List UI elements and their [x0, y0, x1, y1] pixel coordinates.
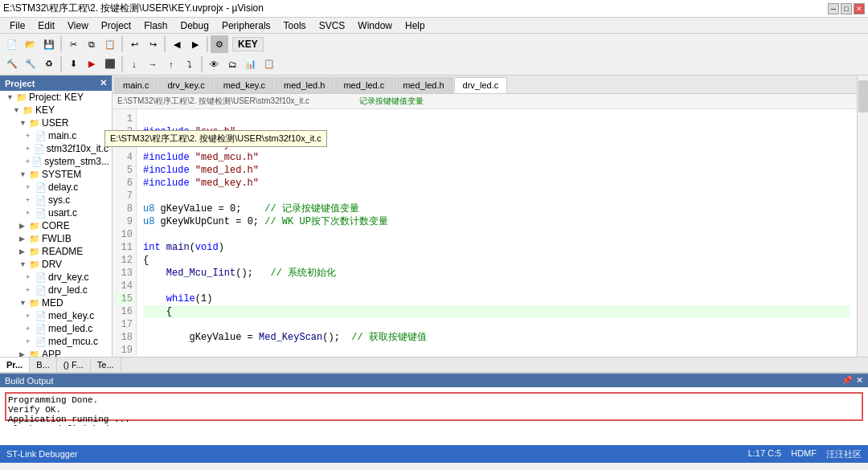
- tb-run-to[interactable]: ⤵: [181, 55, 199, 73]
- toolbar-area: 📄 📂 💾 ✂ ⧉ 📋 ↩ ↪ ◀ ▶ ⚙ KEY 🔨 🔧 ♻ ⬇ ▶ ⬛ ↓ …: [0, 34, 868, 76]
- tree-usart[interactable]: + 📄 usart.c: [0, 206, 112, 219]
- status-left: ST-Link Debugger: [6, 449, 78, 459]
- panel-tab-build[interactable]: B...: [30, 358, 57, 372]
- menu-window[interactable]: Window: [351, 18, 399, 33]
- menu-help[interactable]: Help: [399, 18, 432, 33]
- tb-build-all[interactable]: 🔧: [22, 55, 39, 73]
- tb-redo[interactable]: ↪: [144, 35, 162, 53]
- tree-label: KEY: [35, 104, 55, 116]
- menu-tools[interactable]: Tools: [277, 18, 313, 33]
- tree-stm32-it[interactable]: + 📄 stm32f10x_it.c: [0, 142, 112, 155]
- file-icon: 📄: [35, 208, 47, 219]
- tab-med-led-h2[interactable]: med_led.h: [394, 77, 452, 93]
- panel-tab-templates[interactable]: Te...: [91, 358, 121, 372]
- tree-med[interactable]: ▼ 📁 MED: [0, 296, 112, 309]
- menu-flash[interactable]: Flash: [137, 18, 174, 33]
- tree-label: sys.c: [48, 194, 70, 206]
- tb-copy[interactable]: ⧉: [83, 35, 100, 53]
- tree-sys[interactable]: + 📄 sys.c: [0, 194, 112, 206]
- menu-debug[interactable]: Debug: [174, 18, 215, 33]
- tree-label: SYSTEM: [42, 169, 81, 180]
- tree-system[interactable]: + 📄 system_stm3...: [0, 155, 112, 168]
- build-output-pin[interactable]: 📌: [841, 375, 853, 386]
- tree-key[interactable]: ▼ 📁 KEY: [0, 104, 112, 116]
- tree-main-c[interactable]: + 📄 main.c: [0, 129, 112, 142]
- tree-label: README: [42, 246, 83, 257]
- menu-view[interactable]: View: [61, 18, 95, 33]
- file-icon: 📄: [31, 157, 43, 167]
- tab-med-led-c[interactable]: med_led.c: [334, 77, 393, 93]
- panel-tabs: Pr... B... () F... Te...: [0, 357, 868, 373]
- tree-label: MED: [42, 297, 63, 309]
- folder-icon: 📁: [29, 234, 40, 244]
- tree-med-mcu[interactable]: + 📄 med_mcu.c: [0, 335, 112, 348]
- tb-memory[interactable]: 🗂: [223, 55, 241, 73]
- panel-tab-project[interactable]: Pr...: [0, 358, 30, 372]
- tb-cut[interactable]: ✂: [64, 35, 82, 53]
- tree-drv[interactable]: ▼ 📁 DRV: [0, 258, 112, 271]
- tb-prev[interactable]: ◀: [168, 35, 186, 53]
- tree-fwlib[interactable]: ▶ 📁 FWLIB: [0, 232, 112, 245]
- tb-open[interactable]: 📂: [22, 35, 39, 53]
- tb-sep3: [164, 36, 166, 52]
- tb-step-over[interactable]: →: [144, 55, 162, 73]
- tb-new[interactable]: 📄: [3, 35, 21, 53]
- tree-system-folder[interactable]: ▼ 📁 SYSTEM: [0, 168, 112, 181]
- menu-file[interactable]: File: [3, 18, 31, 33]
- tb-save[interactable]: 💾: [40, 35, 58, 53]
- folder-icon: 📁: [23, 105, 34, 116]
- tb-download[interactable]: ⬇: [64, 55, 82, 73]
- tree-drv-led[interactable]: + 📄 drv_led.c: [0, 284, 112, 296]
- toolbar-row-1: 📄 📂 💾 ✂ ⧉ 📋 ↩ ↪ ◀ ▶ ⚙ KEY: [3, 35, 865, 53]
- panel-tab-functions[interactable]: () F...: [57, 358, 91, 372]
- tb-paste[interactable]: 📋: [101, 35, 119, 53]
- maximize-button[interactable]: □: [841, 3, 852, 14]
- expand-icon: +: [26, 209, 34, 217]
- tree-drv-key[interactable]: + 📄 drv_key.c: [0, 271, 112, 284]
- tree-label: med_led.c: [48, 323, 92, 334]
- expand-icon: +: [26, 145, 32, 153]
- menu-svcs[interactable]: SVCS: [313, 18, 352, 33]
- tb-callstack[interactable]: 📋: [260, 55, 278, 73]
- tb-step-out[interactable]: ↑: [162, 55, 180, 73]
- close-button[interactable]: ✕: [854, 3, 865, 14]
- minimize-button[interactable]: ─: [828, 3, 839, 14]
- menu-project[interactable]: Project: [95, 18, 137, 33]
- tb-next[interactable]: ▶: [186, 35, 204, 53]
- tb-rebuild[interactable]: ♻: [40, 55, 58, 73]
- tab-drv-led-c[interactable]: drv_led.c: [454, 77, 508, 93]
- menu-peripherals[interactable]: Peripherals: [215, 18, 277, 33]
- tb-step-in[interactable]: ↓: [125, 55, 143, 73]
- tab-med-led-h[interactable]: med_led.h: [275, 77, 334, 93]
- file-icon: 📄: [35, 337, 47, 347]
- tree-core[interactable]: ▶ 📁 CORE: [0, 219, 112, 232]
- file-icon: 📄: [35, 285, 47, 296]
- expand-icon: ▼: [6, 93, 14, 101]
- build-output-panel: Build Output 📌 ✕ Programming Done. Verif…: [0, 373, 868, 445]
- scrollbar-thumb[interactable]: [858, 80, 868, 112]
- tb-debug-start[interactable]: ▶: [83, 55, 100, 73]
- tree-project-root[interactable]: ▼ 📁 Project: KEY: [0, 91, 112, 104]
- tb-undo[interactable]: ↩: [125, 35, 143, 53]
- tree-user[interactable]: ▼ 📁 USER: [0, 116, 112, 129]
- project-panel-close[interactable]: ✕: [100, 78, 107, 88]
- tab-main-c[interactable]: main.c: [114, 77, 158, 93]
- menu-edit[interactable]: Edit: [31, 18, 61, 33]
- tree-med-led[interactable]: + 📄 med_led.c: [0, 322, 112, 335]
- tree-delay[interactable]: + 📄 delay.c: [0, 181, 112, 194]
- tb-compile[interactable]: 🔨: [3, 55, 21, 73]
- tab-drv-key[interactable]: drv_key.c: [158, 77, 213, 93]
- file-icon: 📄: [35, 195, 47, 206]
- tree-med-key[interactable]: + 📄 med_key.c: [0, 309, 112, 322]
- tab-med-key[interactable]: med_key.c: [215, 77, 274, 93]
- tree-app[interactable]: ▶ 📁 APP: [0, 348, 112, 357]
- tree-readme[interactable]: ▶ 📁 README: [0, 245, 112, 258]
- tb-debug-stop[interactable]: ⬛: [101, 55, 119, 73]
- tb-registers[interactable]: 📊: [242, 55, 260, 73]
- expand-icon: +: [26, 132, 34, 140]
- tree-label: med_key.c: [48, 310, 94, 321]
- right-scrollbar[interactable]: [857, 76, 868, 357]
- tb-watch[interactable]: 👁: [205, 55, 223, 73]
- build-output-close[interactable]: ✕: [856, 375, 863, 386]
- tb-build-target[interactable]: ⚙: [211, 35, 228, 53]
